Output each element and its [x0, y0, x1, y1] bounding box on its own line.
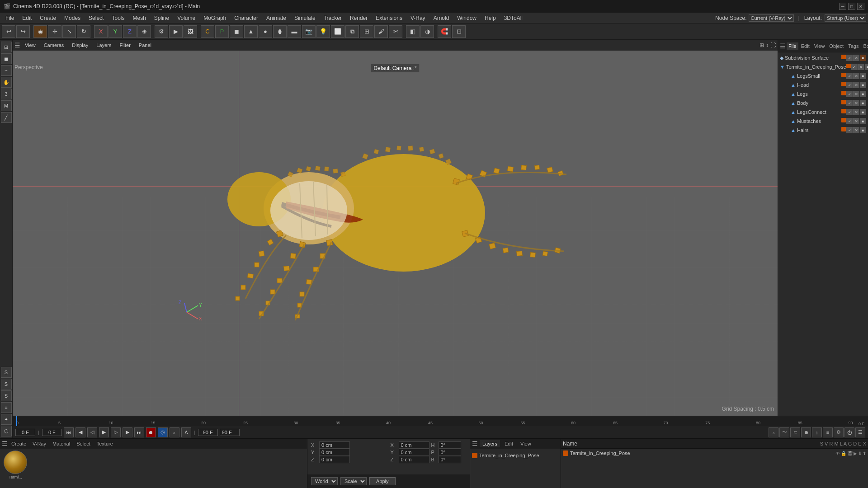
tool-cylinder[interactable]: ⬮: [273, 25, 287, 38]
head-x[interactable]: ✕: [853, 82, 859, 88]
left-tool-poly[interactable]: ◼: [1, 53, 12, 64]
tool-paint[interactable]: 🖌: [374, 25, 388, 38]
tool-move[interactable]: ✛: [48, 25, 61, 38]
tool-cone[interactable]: ▲: [244, 25, 258, 38]
btn-record[interactable]: ⏺: [146, 427, 156, 437]
left-tool-line[interactable]: ╱: [1, 112, 12, 123]
coord-input-y[interactable]: [319, 449, 350, 456]
om-tab-tags[interactable]: Tags: [846, 42, 860, 50]
btn-go-start[interactable]: ⏮: [64, 427, 74, 437]
tree-item-termite[interactable]: ▼ Termite_in_Creeping_Pose ✓ ✕ ■: [779, 62, 867, 71]
tool-sphere[interactable]: ●: [259, 25, 272, 38]
tool-floor[interactable]: ⬜: [331, 25, 344, 38]
tool-render-settings[interactable]: ⚙: [155, 25, 168, 38]
icon-list[interactable]: ☰: [855, 427, 865, 437]
menu-create[interactable]: Create: [36, 14, 60, 22]
head-lock[interactable]: ■: [860, 82, 866, 88]
tool-plane[interactable]: ▬: [288, 25, 301, 38]
btn-anim-mode[interactable]: A: [181, 427, 191, 437]
icon-curves[interactable]: ⊂: [790, 427, 800, 437]
om-tab-view[interactable]: View: [812, 42, 827, 50]
tool-render-to-pic[interactable]: 🖼: [184, 25, 197, 38]
tree-item-subdiv[interactable]: ◆ Subdivision Surface ✓ ✕ ■: [779, 53, 867, 62]
btn-play-forward[interactable]: ▷: [111, 427, 121, 437]
viewport-menu-icon[interactable]: ☰: [14, 42, 20, 49]
tool-undo[interactable]: ↩: [2, 25, 15, 38]
tool-render-preview[interactable]: ▶: [169, 25, 183, 38]
tool-all-axes[interactable]: ⊕: [137, 25, 151, 38]
tool-lattice[interactable]: ⊞: [360, 25, 373, 38]
layers-tab-edit[interactable]: Edit: [502, 440, 516, 447]
icon-motion[interactable]: 〜: [779, 427, 789, 437]
coord-input-z[interactable]: [319, 456, 350, 463]
tree-item-body[interactable]: ▲ Body ✓ ✕ ■: [779, 99, 867, 108]
layers-menu-icon[interactable]: ☰: [472, 440, 478, 447]
btn-prev-frame[interactable]: ◀: [75, 427, 85, 437]
termite-vis[interactable]: ✓: [851, 64, 858, 70]
btn-key[interactable]: ⬦: [170, 427, 179, 437]
vp-icon3[interactable]: ⛶: [770, 42, 776, 48]
attr-icon4[interactable]: ▶: [854, 451, 857, 456]
head-vis[interactable]: ✓: [846, 82, 853, 88]
tool-display-mode[interactable]: ◧: [406, 25, 420, 38]
coord-input-y2[interactable]: [399, 449, 429, 456]
icon-power[interactable]: ⏻: [844, 427, 854, 437]
coord-input-x2[interactable]: [399, 441, 429, 449]
menu-help[interactable]: Help: [481, 14, 500, 22]
om-tab-object[interactable]: Object: [827, 42, 845, 50]
attr-icon3[interactable]: 🎬: [847, 451, 853, 456]
left-tool-s3[interactable]: S: [1, 390, 12, 401]
left-tool-fx[interactable]: ✦: [1, 414, 12, 425]
legs-x[interactable]: ✕: [853, 91, 859, 97]
mat-texture[interactable]: Texture: [94, 440, 116, 447]
left-tool-spline[interactable]: ~: [1, 65, 12, 76]
layers-tab-view[interactable]: View: [518, 440, 534, 447]
attr-icon1[interactable]: 👁: [835, 451, 840, 456]
legs-vis[interactable]: ✓: [846, 91, 853, 97]
tool-x-axis[interactable]: X: [94, 25, 108, 38]
tool-shading[interactable]: ◑: [420, 25, 434, 38]
legssmall-x[interactable]: ✕: [853, 73, 859, 79]
menu-vray[interactable]: V-Ray: [407, 14, 429, 22]
tool-redo[interactable]: ↪: [16, 25, 30, 38]
mat-menu-icon[interactable]: ☰: [2, 440, 8, 447]
viewport-filter-menu[interactable]: Filter: [116, 42, 134, 49]
tool-scale[interactable]: ⤡: [62, 25, 76, 38]
left-tool-3d[interactable]: 3: [1, 89, 12, 99]
hairs-vis[interactable]: ✓: [846, 127, 853, 133]
layout-select[interactable]: Startup (User): [825, 14, 866, 22]
subdiv-vis[interactable]: ✓: [846, 55, 853, 61]
viewport-layers-menu[interactable]: Layers: [93, 42, 115, 49]
tool-snap[interactable]: 🧲: [438, 25, 451, 38]
btn-play[interactable]: ▶: [99, 427, 109, 437]
left-tool-s1[interactable]: S: [1, 367, 12, 378]
viewport-panel-menu[interactable]: Panel: [135, 42, 155, 49]
viewport[interactable]: ☰ View Cameras Display Layers Filter Pan…: [13, 40, 778, 416]
restore-button[interactable]: □: [848, 3, 855, 10]
tool-py[interactable]: P: [215, 25, 229, 38]
menu-render[interactable]: Render: [346, 14, 371, 22]
tool-rotate[interactable]: ↻: [77, 25, 90, 38]
viewport-view-menu[interactable]: View: [21, 42, 39, 49]
tool-live-selection[interactable]: ◉: [33, 25, 47, 38]
menu-modes[interactable]: Modes: [61, 14, 84, 22]
menu-extensions[interactable]: Extensions: [372, 14, 406, 22]
apply-button[interactable]: Apply: [369, 477, 396, 485]
legssmall-lock[interactable]: ■: [860, 73, 866, 79]
menu-tools[interactable]: Tools: [108, 14, 128, 22]
layer-entry-termite[interactable]: Termite_in_Creeping_Pose: [472, 450, 559, 460]
coord-space-select[interactable]: World: [311, 477, 338, 485]
left-tool-s2[interactable]: S: [1, 379, 12, 389]
mustaches-x[interactable]: ✕: [853, 118, 859, 124]
loop-frame-input[interactable]: [220, 429, 240, 436]
tool-workplane[interactable]: ⊡: [452, 25, 466, 38]
attr-icon2[interactable]: 🔒: [841, 451, 846, 456]
left-tool-last[interactable]: ⬡: [1, 426, 12, 436]
left-tool-view[interactable]: ⊞: [1, 42, 12, 52]
btn-next-frame[interactable]: ▶: [123, 427, 132, 437]
mat-material[interactable]: Material: [50, 440, 73, 447]
menu-animate[interactable]: Animate: [263, 14, 290, 22]
tree-item-mustaches[interactable]: ▲ Mustaches ✓ ✕ ■: [779, 117, 867, 126]
left-tool-morph[interactable]: M: [1, 100, 12, 111]
left-tool-layers[interactable]: ≡: [1, 402, 12, 413]
